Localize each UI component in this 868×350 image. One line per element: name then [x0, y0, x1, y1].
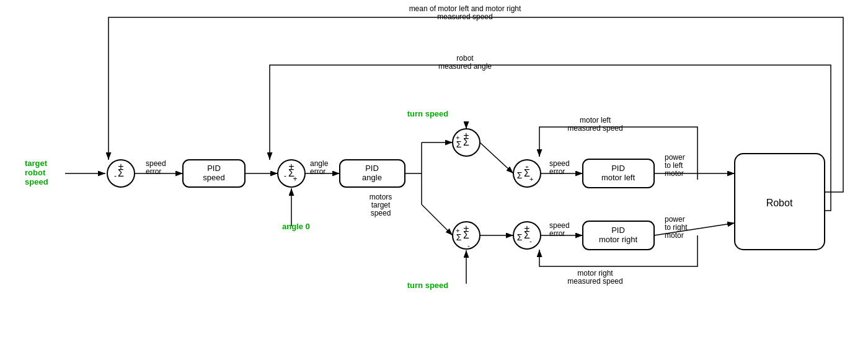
svg-text:+: + [456, 134, 459, 141]
svg-text:-: - [114, 172, 117, 180]
svg-text:+: + [456, 227, 459, 234]
svg-text:error: error [146, 167, 161, 176]
svg-text:PID: PID [207, 164, 221, 173]
robot-measured-angle-label: robot [456, 54, 474, 63]
motors-target-speed-label: motors [370, 193, 392, 201]
svg-text:Σ: Σ [288, 168, 294, 178]
svg-text:-: - [284, 172, 286, 180]
svg-text:motor right: motor right [599, 235, 638, 244]
angle-error-label: angle [310, 159, 329, 168]
svg-text:measured angle: measured angle [438, 62, 492, 71]
speed-error-label-1: speed [146, 159, 166, 168]
control-diagram: + - target robot speed speed error PID s… [0, 0, 868, 350]
svg-text:robot: robot [25, 168, 46, 177]
svg-line-30 [480, 142, 513, 173]
svg-text:speed: speed [25, 177, 48, 186]
svg-text:-: - [467, 242, 470, 249]
mean-of-motor-label: mean of motor left and motor right [409, 4, 521, 13]
motor-right-measured-speed-label: motor right [577, 269, 613, 278]
svg-line-25 [422, 204, 453, 235]
power-left-motor-label: power [665, 153, 685, 162]
motor-left-measured-speed-label: motor left [580, 116, 611, 125]
svg-text:Σ: Σ [463, 230, 469, 240]
svg-text:+: + [529, 175, 533, 183]
speed-error-top-label: speed [549, 159, 570, 168]
svg-text:angle: angle [362, 173, 382, 182]
svg-text:Σ: Σ [524, 168, 530, 178]
svg-text:PID: PID [365, 164, 379, 173]
svg-text:PID: PID [611, 225, 625, 235]
speed-error-bottom-label: speed [549, 221, 570, 230]
svg-text:Σ: Σ [118, 168, 124, 178]
turn-speed-bottom-label: turn speed [407, 281, 449, 290]
svg-text:measured speed: measured speed [567, 124, 622, 133]
svg-text:speed: speed [371, 209, 391, 217]
power-right-motor-label: power [665, 215, 685, 224]
turn-speed-top-label: turn speed [407, 109, 449, 118]
svg-text:error: error [310, 167, 326, 176]
diagram-container: + - target robot speed speed error PID s… [0, 0, 868, 350]
svg-text:target: target [371, 201, 391, 209]
svg-text:Robot: Robot [766, 198, 793, 208]
angle-0-label: angle 0 [282, 222, 310, 231]
svg-text:measured speed: measured speed [567, 277, 622, 286]
svg-text:to left: to left [665, 161, 683, 170]
svg-text:Σ: Σ [517, 170, 523, 180]
svg-text:Σ: Σ [517, 232, 523, 242]
svg-text:error: error [549, 167, 565, 176]
svg-text:error: error [549, 229, 565, 238]
svg-text:Σ: Σ [463, 137, 469, 147]
svg-text:measured speed: measured speed [437, 12, 492, 21]
svg-text:PID: PID [611, 164, 625, 173]
target-robot-speed-label: target [25, 159, 48, 168]
svg-text:speed: speed [203, 173, 224, 182]
svg-text:Σ: Σ [524, 230, 530, 240]
svg-text:motor left: motor left [601, 173, 636, 182]
